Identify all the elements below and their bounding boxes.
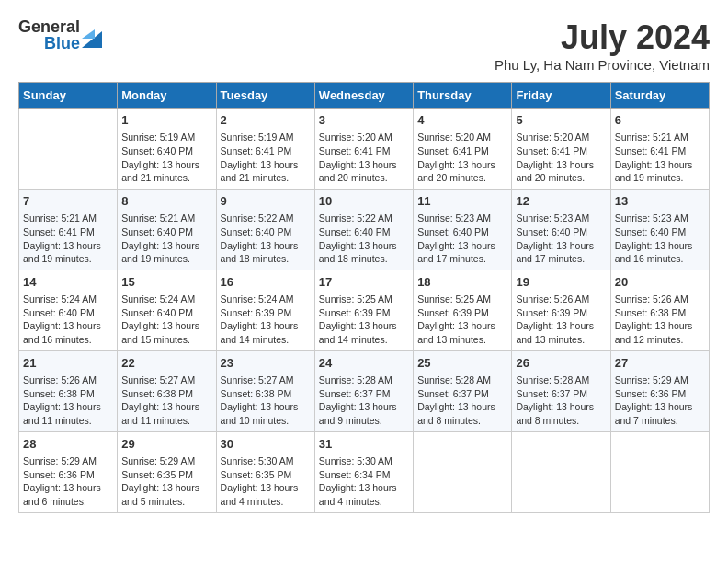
weekday-header-row: SundayMondayTuesdayWednesdayThursdayFrid… [19,83,710,109]
calendar-cell: 24Sunrise: 5:28 AM Sunset: 6:37 PM Dayli… [314,350,413,431]
day-info: Sunrise: 5:23 AM Sunset: 6:40 PM Dayligh… [516,212,606,266]
day-number: 5 [516,112,606,129]
day-info: Sunrise: 5:30 AM Sunset: 6:34 PM Dayligh… [319,454,409,509]
day-number: 26 [516,355,606,372]
calendar-cell [610,431,709,512]
day-info: Sunrise: 5:30 AM Sunset: 6:35 PM Dayligh… [221,454,311,509]
day-info: Sunrise: 5:26 AM Sunset: 6:38 PM Dayligh… [615,293,705,347]
day-number: 9 [221,193,311,210]
day-number: 18 [417,274,507,291]
calendar-cell: 28Sunrise: 5:29 AM Sunset: 6:36 PM Dayli… [19,431,118,512]
calendar-cell [19,109,118,190]
logo-icon [82,22,102,48]
day-number: 24 [319,355,409,372]
day-info: Sunrise: 5:29 AM Sunset: 6:35 PM Dayligh… [121,454,211,509]
day-info: Sunrise: 5:25 AM Sunset: 6:39 PM Dayligh… [319,293,409,347]
calendar-cell: 30Sunrise: 5:30 AM Sunset: 6:35 PM Dayli… [216,431,314,512]
day-info: Sunrise: 5:20 AM Sunset: 6:41 PM Dayligh… [319,131,409,185]
calendar-cell: 2Sunrise: 5:19 AM Sunset: 6:41 PM Daylig… [216,109,314,190]
day-info: Sunrise: 5:23 AM Sunset: 6:40 PM Dayligh… [615,212,705,266]
calendar-cell: 26Sunrise: 5:28 AM Sunset: 6:37 PM Dayli… [512,350,610,431]
day-number: 8 [121,193,211,210]
logo: General Blue [18,18,102,52]
day-number: 19 [516,274,606,291]
day-info: Sunrise: 5:26 AM Sunset: 6:39 PM Dayligh… [516,293,606,347]
day-number: 1 [121,112,211,129]
calendar-cell: 7Sunrise: 5:21 AM Sunset: 6:41 PM Daylig… [19,189,118,270]
day-number: 25 [417,355,507,372]
day-info: Sunrise: 5:28 AM Sunset: 6:37 PM Dayligh… [417,373,507,428]
day-number: 2 [221,112,311,129]
day-info: Sunrise: 5:20 AM Sunset: 6:41 PM Dayligh… [516,131,606,185]
calendar-cell [512,431,610,512]
day-number: 27 [615,355,705,372]
day-info: Sunrise: 5:28 AM Sunset: 6:37 PM Dayligh… [319,373,409,428]
day-info: Sunrise: 5:27 AM Sunset: 6:38 PM Dayligh… [221,373,311,428]
calendar-cell: 16Sunrise: 5:24 AM Sunset: 6:39 PM Dayli… [216,270,314,350]
logo-blue-text: Blue [44,35,80,52]
calendar-week-row: 1Sunrise: 5:19 AM Sunset: 6:40 PM Daylig… [19,109,710,190]
calendar-cell: 4Sunrise: 5:20 AM Sunset: 6:41 PM Daylig… [414,109,512,190]
day-number: 28 [23,436,113,453]
day-number: 29 [121,436,211,453]
day-number: 12 [516,193,606,210]
weekday-header-thursday: Thursday [414,83,512,109]
day-number: 15 [121,274,211,291]
calendar-cell: 25Sunrise: 5:28 AM Sunset: 6:37 PM Dayli… [414,350,512,431]
calendar-cell: 22Sunrise: 5:27 AM Sunset: 6:38 PM Dayli… [118,350,216,431]
day-info: Sunrise: 5:25 AM Sunset: 6:39 PM Dayligh… [417,293,507,347]
day-number: 3 [319,112,409,129]
day-info: Sunrise: 5:22 AM Sunset: 6:40 PM Dayligh… [221,212,311,266]
day-info: Sunrise: 5:24 AM Sunset: 6:40 PM Dayligh… [121,293,211,347]
day-info: Sunrise: 5:21 AM Sunset: 6:40 PM Dayligh… [121,212,211,266]
calendar-cell: 13Sunrise: 5:23 AM Sunset: 6:40 PM Dayli… [610,189,709,270]
location-subtitle: Phu Ly, Ha Nam Province, Vietnam [495,57,710,73]
day-number: 17 [319,274,409,291]
calendar-cell: 18Sunrise: 5:25 AM Sunset: 6:39 PM Dayli… [414,270,512,350]
logo-general-text: General [18,18,80,35]
calendar-cell: 23Sunrise: 5:27 AM Sunset: 6:38 PM Dayli… [216,350,314,431]
calendar-cell: 10Sunrise: 5:22 AM Sunset: 6:40 PM Dayli… [314,189,413,270]
calendar-cell: 1Sunrise: 5:19 AM Sunset: 6:40 PM Daylig… [118,109,216,190]
calendar-cell: 11Sunrise: 5:23 AM Sunset: 6:40 PM Dayli… [414,189,512,270]
day-number: 22 [121,355,211,372]
day-info: Sunrise: 5:24 AM Sunset: 6:39 PM Dayligh… [221,293,311,347]
calendar-table: SundayMondayTuesdayWednesdayThursdayFrid… [18,82,710,513]
calendar-cell: 14Sunrise: 5:24 AM Sunset: 6:40 PM Dayli… [19,270,118,350]
calendar-cell: 15Sunrise: 5:24 AM Sunset: 6:40 PM Dayli… [118,270,216,350]
day-info: Sunrise: 5:24 AM Sunset: 6:40 PM Dayligh… [23,293,113,347]
calendar-week-row: 14Sunrise: 5:24 AM Sunset: 6:40 PM Dayli… [19,270,710,350]
day-number: 7 [23,193,113,210]
day-number: 20 [615,274,705,291]
svg-marker-1 [82,29,95,39]
day-info: Sunrise: 5:21 AM Sunset: 6:41 PM Dayligh… [23,212,113,266]
day-info: Sunrise: 5:19 AM Sunset: 6:41 PM Dayligh… [221,131,311,185]
calendar-cell: 29Sunrise: 5:29 AM Sunset: 6:35 PM Dayli… [118,431,216,512]
calendar-cell [414,431,512,512]
calendar-cell: 8Sunrise: 5:21 AM Sunset: 6:40 PM Daylig… [118,189,216,270]
weekday-header-friday: Friday [512,83,610,109]
calendar-week-row: 28Sunrise: 5:29 AM Sunset: 6:36 PM Dayli… [19,431,710,512]
month-year-title: July 2024 [495,18,710,57]
day-info: Sunrise: 5:29 AM Sunset: 6:36 PM Dayligh… [23,454,113,509]
day-number: 11 [417,193,507,210]
day-number: 13 [615,193,705,210]
day-info: Sunrise: 5:29 AM Sunset: 6:36 PM Dayligh… [615,373,705,428]
calendar-cell: 5Sunrise: 5:20 AM Sunset: 6:41 PM Daylig… [512,109,610,190]
page-header: General Blue July 2024 Phu Ly, Ha Nam Pr… [18,18,710,73]
weekday-header-tuesday: Tuesday [216,83,314,109]
day-info: Sunrise: 5:20 AM Sunset: 6:41 PM Dayligh… [417,131,507,185]
calendar-week-row: 21Sunrise: 5:26 AM Sunset: 6:38 PM Dayli… [19,350,710,431]
day-info: Sunrise: 5:22 AM Sunset: 6:40 PM Dayligh… [319,212,409,266]
day-number: 16 [221,274,311,291]
day-number: 6 [615,112,705,129]
weekday-header-sunday: Sunday [19,83,118,109]
calendar-cell: 19Sunrise: 5:26 AM Sunset: 6:39 PM Dayli… [512,270,610,350]
calendar-cell: 12Sunrise: 5:23 AM Sunset: 6:40 PM Dayli… [512,189,610,270]
day-number: 23 [221,355,311,372]
calendar-cell: 17Sunrise: 5:25 AM Sunset: 6:39 PM Dayli… [314,270,413,350]
calendar-cell: 21Sunrise: 5:26 AM Sunset: 6:38 PM Dayli… [19,350,118,431]
calendar-cell: 27Sunrise: 5:29 AM Sunset: 6:36 PM Dayli… [610,350,709,431]
calendar-cell: 6Sunrise: 5:21 AM Sunset: 6:41 PM Daylig… [610,109,709,190]
day-number: 21 [23,355,113,372]
